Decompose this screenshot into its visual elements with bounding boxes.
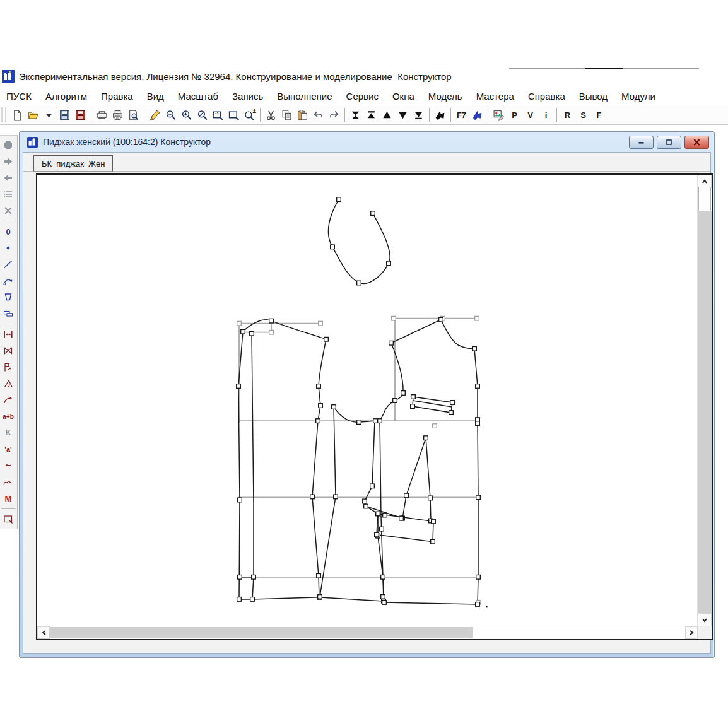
menu-item-11[interactable]: Мастера xyxy=(471,90,519,103)
app-title: Экспериментальная версия. Лицензия № 329… xyxy=(19,71,452,82)
document-icon xyxy=(27,137,38,148)
to-top-button[interactable] xyxy=(363,107,379,123)
document-titlebar[interactable]: Пиджак женский (100:164:2) Конструктор xyxy=(20,132,714,152)
arc-arrow-tool[interactable] xyxy=(0,392,16,408)
undo-button[interactable] xyxy=(310,107,326,123)
halt-tool[interactable] xyxy=(0,137,16,153)
print-preview-button[interactable] xyxy=(126,107,141,123)
m-letter-tool[interactable]: M xyxy=(0,490,16,507)
f7-button[interactable]: F7 xyxy=(454,107,469,123)
horizontal-scroll-thumb[interactable] xyxy=(49,627,473,638)
save-all-button[interactable] xyxy=(73,107,88,123)
p-mode-button[interactable]: P xyxy=(507,107,522,123)
run-blue-button[interactable] xyxy=(469,107,485,123)
menu-item-12[interactable]: Справка xyxy=(523,90,570,103)
step-up-button[interactable] xyxy=(379,107,395,123)
document-title: Пиджак женский (100:164:2) Конструктор xyxy=(43,137,211,147)
marquee-tool[interactable] xyxy=(0,511,16,527)
step-back-tool[interactable] xyxy=(0,170,16,186)
cut-button[interactable] xyxy=(263,107,279,123)
p-mode-label: P xyxy=(512,110,517,120)
pattern-drawing[interactable] xyxy=(37,175,698,626)
flip-vertical-button[interactable] xyxy=(348,107,363,123)
s-mode-button[interactable]: S xyxy=(575,107,591,123)
point-tool[interactable] xyxy=(0,240,16,256)
drawing-canvas[interactable] xyxy=(37,175,698,626)
i-mode-button[interactable]: i xyxy=(538,107,554,123)
maximize-button[interactable] xyxy=(657,136,681,149)
k-letter-tool[interactable]: K xyxy=(0,425,16,441)
scroll-up-button[interactable] xyxy=(698,175,712,188)
line-tool[interactable] xyxy=(0,256,16,273)
menu-item-2[interactable]: Алгоритм xyxy=(40,90,92,103)
operation-list-tool[interactable] xyxy=(0,186,16,203)
menu-item-9[interactable]: Окна xyxy=(387,90,420,103)
zero-point-tool[interactable]: 0 xyxy=(0,223,16,240)
menu-item-5[interactable]: Масштаб xyxy=(173,90,223,103)
a-plus-b-label: a+b xyxy=(3,413,14,420)
zoom-1-1-button[interactable]: 1:1 xyxy=(210,107,226,123)
step-forward-tool[interactable] xyxy=(0,153,16,170)
document-tab[interactable]: БК_пиджак_Жен xyxy=(33,155,113,172)
menu-item-3[interactable]: Правка xyxy=(96,90,138,103)
wave-arrow-tool[interactable] xyxy=(0,474,16,490)
scroll-down-button[interactable] xyxy=(698,613,712,626)
menu-item-6[interactable]: Запись xyxy=(227,90,268,103)
run-black-button[interactable] xyxy=(432,107,448,123)
close-button[interactable] xyxy=(684,136,709,149)
zoom-scale-label: ± xyxy=(253,107,257,114)
paste-button[interactable] xyxy=(295,107,310,123)
redo-button[interactable] xyxy=(326,107,342,123)
menu-item-8[interactable]: Сервис xyxy=(341,90,384,103)
step-down-button[interactable] xyxy=(395,107,411,123)
open-dropdown-button[interactable] xyxy=(41,107,57,123)
save-button[interactable] xyxy=(57,107,73,123)
contour-tool[interactable] xyxy=(0,289,16,305)
bowtie-tool[interactable] xyxy=(0,343,16,359)
print-button[interactable] xyxy=(110,107,126,123)
curve-tool[interactable] xyxy=(0,273,16,289)
scroll-right-button[interactable] xyxy=(685,626,698,639)
open-file-button[interactable] xyxy=(25,107,41,123)
r-mode-button[interactable]: R xyxy=(560,107,575,123)
menu-item-13[interactable]: Вывод xyxy=(574,90,613,103)
zoom-off-button[interactable] xyxy=(194,107,210,123)
scroll-left-button[interactable] xyxy=(37,626,50,639)
toolbar-grip[interactable] xyxy=(1,107,6,122)
menu-item-7[interactable]: Выполнение xyxy=(272,90,337,103)
menu-item-4[interactable]: Вид xyxy=(142,90,169,103)
draw-pen-button[interactable] xyxy=(147,107,163,123)
menu-item-14[interactable]: Модули xyxy=(616,90,660,103)
new-document-button[interactable] xyxy=(9,107,25,123)
plotter-button[interactable] xyxy=(94,107,110,123)
quoted-a-tool[interactable]: 'a' xyxy=(0,441,16,457)
menu-item-1[interactable]: ПУСК xyxy=(1,90,37,103)
delete-x-tool[interactable] xyxy=(0,203,16,219)
k-letter-label: K xyxy=(6,428,11,437)
toolbar-separator xyxy=(450,108,451,122)
minimize-button[interactable] xyxy=(629,136,654,149)
copy-button[interactable] xyxy=(279,107,295,123)
horizontal-scrollbar[interactable] xyxy=(37,626,698,639)
measure-width-tool[interactable] xyxy=(0,326,16,343)
to-bottom-button[interactable] xyxy=(411,107,426,123)
vertical-scrollbar[interactable] xyxy=(697,175,712,626)
vertical-scroll-track[interactable] xyxy=(698,211,712,614)
angle-mark-tool[interactable] xyxy=(0,375,16,392)
mark-flag-tool[interactable] xyxy=(0,359,16,375)
vertical-scroll-thumb[interactable] xyxy=(698,187,711,211)
zoom-in-button[interactable] xyxy=(179,107,194,123)
menu-item-10[interactable]: Модель xyxy=(423,90,467,103)
zoom-window-button[interactable] xyxy=(226,107,242,123)
tilde-tool[interactable]: ~ xyxy=(0,457,16,474)
side-toolbar: 0a+bK'a'~M xyxy=(0,135,18,529)
v-mode-button[interactable]: V xyxy=(522,107,538,123)
a-plus-b-tool[interactable]: a+b xyxy=(0,408,16,425)
application-window: Экспериментальная версия. Лицензия № 329… xyxy=(0,0,728,728)
image-editor-button[interactable] xyxy=(491,107,507,123)
zoom-out-button[interactable] xyxy=(163,107,179,123)
f-mode-button[interactable]: F xyxy=(591,107,607,123)
zoom-1-1-label: 1:1 xyxy=(213,112,219,116)
zoom-scale-button[interactable]: ± xyxy=(242,107,257,123)
details-tool[interactable] xyxy=(0,305,16,322)
